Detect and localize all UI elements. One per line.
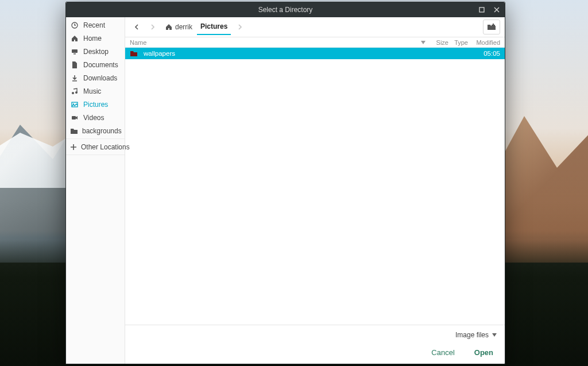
breadcrumb: derrikPictures: [162, 19, 231, 35]
column-name[interactable]: Name: [130, 39, 419, 46]
breadcrumb-label: Pictures: [200, 22, 227, 30]
home-icon: [165, 24, 172, 30]
breadcrumb-segment-derrik[interactable]: derrik: [162, 19, 196, 35]
sidebar-item-recent[interactable]: Recent: [66, 18, 125, 32]
sidebar-item-backgrounds[interactable]: backgrounds: [66, 124, 125, 137]
titlebar[interactable]: Select a Directory: [66, 2, 505, 17]
dialog-body: RecentHomeDesktopDocumentsDownloadsMusic…: [66, 17, 505, 364]
music-icon: [71, 87, 79, 95]
folder-icon: [130, 50, 138, 57]
breadcrumb-segment-pictures[interactable]: Pictures: [197, 19, 231, 35]
svg-point-6: [75, 91, 78, 94]
svg-point-5: [72, 92, 74, 94]
sidebar-item-label: backgrounds: [82, 127, 122, 135]
sidebar-item-pictures[interactable]: Pictures: [66, 98, 125, 111]
sidebar-item-label: Music: [83, 87, 101, 95]
filter-label: Image files: [455, 331, 489, 339]
sidebar-item-home[interactable]: Home: [66, 32, 125, 45]
home-icon: [71, 34, 79, 43]
sidebar-item-downloads[interactable]: Downloads: [66, 71, 125, 84]
sidebar-item-label: Other Locations: [81, 143, 130, 151]
window-controls: [476, 2, 502, 17]
column-modified[interactable]: Modified: [470, 39, 500, 46]
maximize-button[interactable]: [476, 4, 488, 16]
column-type[interactable]: Type: [451, 39, 468, 46]
places-sidebar: RecentHomeDesktopDocumentsDownloadsMusic…: [66, 17, 125, 364]
file-list[interactable]: wallpapers05:05: [125, 48, 505, 325]
sidebar-item-documents[interactable]: Documents: [66, 58, 125, 71]
column-size[interactable]: Size: [431, 39, 448, 46]
dialog-footer: Image files Cancel Open: [125, 325, 505, 364]
svg-rect-2: [72, 49, 78, 53]
pictures-icon: [71, 101, 79, 109]
file-name: wallpapers: [144, 50, 419, 57]
sidebar-item-label: Pictures: [83, 101, 108, 109]
new-folder-button[interactable]: [483, 20, 500, 34]
sidebar-item-label: Documents: [83, 61, 118, 69]
file-row[interactable]: wallpapers05:05: [125, 48, 505, 59]
download-icon: [71, 74, 79, 82]
breadcrumb-next-button[interactable]: [233, 20, 247, 34]
sort-indicator-icon[interactable]: [421, 41, 429, 44]
file-type-filter[interactable]: Image files: [454, 329, 498, 341]
document-icon: [71, 61, 79, 69]
chevron-down-icon: [492, 333, 497, 337]
sidebar-item-label: Home: [83, 34, 102, 43]
sidebar-item-label: Downloads: [83, 74, 117, 82]
videos-icon: [71, 114, 79, 122]
nav-back-button[interactable]: [130, 20, 144, 34]
nav-forward-button[interactable]: [146, 20, 160, 34]
sidebar-item-other-locations[interactable]: Other Locations: [66, 140, 125, 153]
svg-rect-13: [492, 25, 495, 26]
svg-rect-4: [72, 80, 77, 82]
main-pane: derrikPictures Name Size Type: [125, 17, 505, 364]
file-chooser-window: Select a Directory RecentHomeDesktopDocu…: [65, 2, 505, 364]
desktop-icon: [71, 48, 79, 56]
plus-icon: [71, 143, 76, 151]
sidebar-item-music[interactable]: Music: [66, 84, 125, 98]
cancel-button[interactable]: Cancel: [427, 345, 459, 360]
path-bar: derrikPictures: [125, 17, 505, 37]
desktop-background: Select a Directory RecentHomeDesktopDocu…: [0, 0, 588, 366]
sidebar-item-desktop[interactable]: Desktop: [66, 45, 125, 58]
sidebar-item-label: Desktop: [83, 48, 109, 56]
file-modified: 05:05: [470, 50, 500, 57]
svg-rect-3: [74, 53, 76, 55]
svg-rect-9: [72, 116, 76, 120]
column-headers[interactable]: Name Size Type Modified: [125, 37, 505, 48]
folder-icon: [71, 127, 78, 135]
window-title: Select a Directory: [258, 6, 313, 14]
close-button[interactable]: [491, 4, 502, 16]
svg-rect-0: [479, 7, 484, 12]
breadcrumb-label: derrik: [175, 23, 192, 31]
sidebar-item-label: Videos: [83, 114, 104, 122]
sidebar-item-videos[interactable]: Videos: [66, 111, 125, 124]
sidebar-item-label: Recent: [83, 21, 105, 29]
clock-icon: [71, 21, 79, 29]
open-button[interactable]: Open: [470, 345, 498, 360]
